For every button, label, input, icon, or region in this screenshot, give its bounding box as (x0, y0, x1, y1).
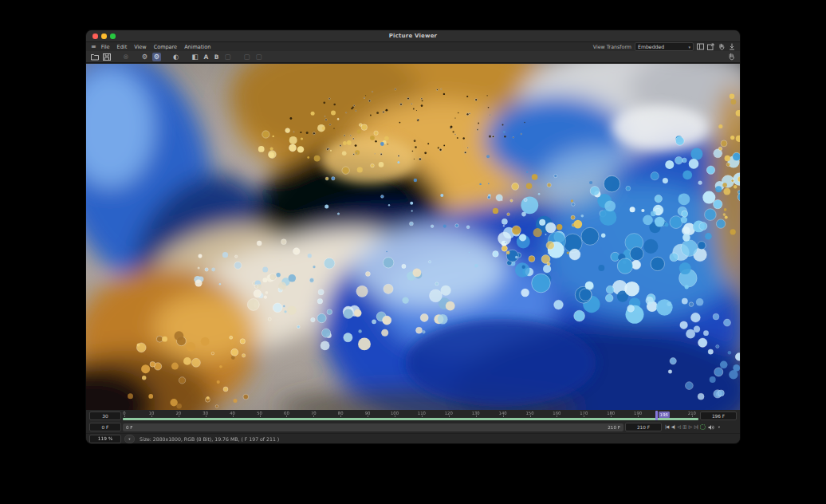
ruler-tick-mark (179, 415, 179, 417)
ruler-tick-mark (530, 415, 531, 417)
chevron-down-icon: ▾ (688, 45, 690, 49)
picture-viewer-window: Picture Viewer ≡ File Edit View Compare … (86, 30, 740, 443)
menu-compare[interactable]: Compare (154, 44, 178, 50)
set-b-button[interactable]: B (213, 53, 220, 61)
ruler-tick-mark (313, 415, 314, 417)
sound-icon[interactable] (708, 424, 714, 431)
ruler-tick-mark (449, 415, 450, 417)
ruler-tick-mark (692, 415, 693, 417)
copy-image-icon[interactable]: ▢ (242, 53, 251, 61)
render-image (86, 64, 740, 410)
paste-image-icon[interactable]: ▢ (254, 53, 263, 61)
window-title: Picture Viewer (86, 30, 740, 41)
range-scrubber[interactable]: 0 F 210 F (123, 423, 623, 431)
image-info-text: Size: 2880x1800, RGB (8 Bit), 19.76 MB, … (140, 436, 279, 442)
ruler-tick-mark (260, 415, 261, 417)
open-file-icon[interactable] (90, 53, 99, 61)
pan-hand-icon[interactable] (727, 53, 736, 61)
frame-ruler[interactable]: 196 010203040506070809010011012013014015… (123, 411, 698, 421)
play-forward-button[interactable]: ▷ (689, 423, 691, 431)
menu-animation[interactable]: Animation (184, 44, 210, 50)
zoom-dropdown-button[interactable]: ▾ (124, 435, 135, 443)
ruler-tick-mark (611, 415, 612, 417)
goto-start-button[interactable]: |◀ (665, 423, 668, 431)
filter-gear-icon[interactable]: ⚙ (152, 53, 161, 61)
render-viewport[interactable] (86, 64, 740, 410)
menu-view[interactable]: View (134, 44, 146, 50)
render-settings-icon[interactable]: ⊗ (121, 53, 130, 61)
ruler-tick-mark (557, 415, 557, 417)
loop-mode-icon[interactable] (700, 424, 706, 430)
transport-controls: |◀ ◀| ◁ ▯▯ ▷ ▷| ▾ (665, 423, 720, 431)
play-backward-button[interactable]: ◁ (677, 423, 679, 431)
zoom-level-field[interactable]: 119 % (89, 435, 121, 443)
view-transform-label: View Transform (593, 44, 631, 49)
save-file-icon[interactable] (102, 53, 111, 61)
ruler-tick-mark (286, 415, 287, 417)
ruler-tick-mark (422, 415, 423, 417)
ruler-tick-mark (124, 415, 125, 417)
playhead-frame-label: 196 (659, 411, 670, 418)
ruler-tick-mark (476, 415, 477, 417)
playhead-marker[interactable] (655, 411, 658, 420)
menu-edit[interactable]: Edit (117, 44, 128, 50)
next-frame-button[interactable]: ▷| (694, 423, 698, 431)
prev-frame-button[interactable]: ◀| (671, 423, 675, 431)
ruler-tick-mark (503, 415, 504, 417)
popout-window-icon[interactable] (707, 43, 714, 50)
settings-gear-icon[interactable]: ⚙ (140, 53, 149, 61)
hand-icon[interactable] (718, 43, 725, 50)
chevron-down-icon: ▾ (128, 437, 130, 441)
contrast-icon[interactable]: ◐ (171, 53, 180, 61)
ruler-tick-mark (233, 415, 234, 417)
pause-button[interactable]: ▯▯ (682, 423, 686, 431)
ruler-tick-mark (368, 415, 368, 417)
ruler-tick-mark (151, 415, 152, 417)
current-frame-field[interactable]: 196 F (700, 411, 737, 420)
dock-pin-icon[interactable] (728, 43, 735, 50)
range-end-label: 210 F (608, 425, 620, 430)
fps-field[interactable]: 30 (89, 411, 121, 420)
view-transform-value: Embedded (638, 44, 664, 49)
cache-range-bar (123, 418, 698, 421)
swap-ab-icon[interactable]: ▢ (223, 53, 232, 61)
ruler-tick-mark (340, 415, 341, 417)
titlebar[interactable]: Picture Viewer (86, 30, 740, 42)
menubar: ≡ File Edit View Compare Animation View … (86, 42, 740, 51)
ruler-tick-mark (584, 415, 584, 417)
menu-file[interactable]: File (101, 44, 110, 50)
set-a-button[interactable]: A (203, 53, 210, 61)
toolbar: ⊗ ⚙ ⚙ ◐ ◧ A B ▢ ▢ ▢ (86, 51, 740, 63)
ruler-tick-mark (395, 415, 395, 417)
range-start-field[interactable]: 0 F (89, 423, 121, 431)
range-start-label: 0 F (126, 425, 133, 430)
ab-compare-icon[interactable]: ◧ (191, 53, 199, 61)
range-end-field[interactable]: 210 F (625, 423, 662, 431)
ruler-tick-mark (638, 415, 639, 417)
desktop-background: Picture Viewer ≡ File Edit View Compare … (0, 0, 826, 504)
timeline-panel: 30 196 010203040506070809010011012013014… (86, 410, 740, 443)
ruler-tick-mark (206, 415, 206, 417)
hamburger-menu-icon[interactable]: ≡ (91, 43, 96, 51)
view-transform-select[interactable]: Embedded ▾ (635, 42, 694, 51)
transport-menu-button[interactable]: ▾ (718, 425, 720, 429)
split-view-icon[interactable] (697, 43, 704, 50)
